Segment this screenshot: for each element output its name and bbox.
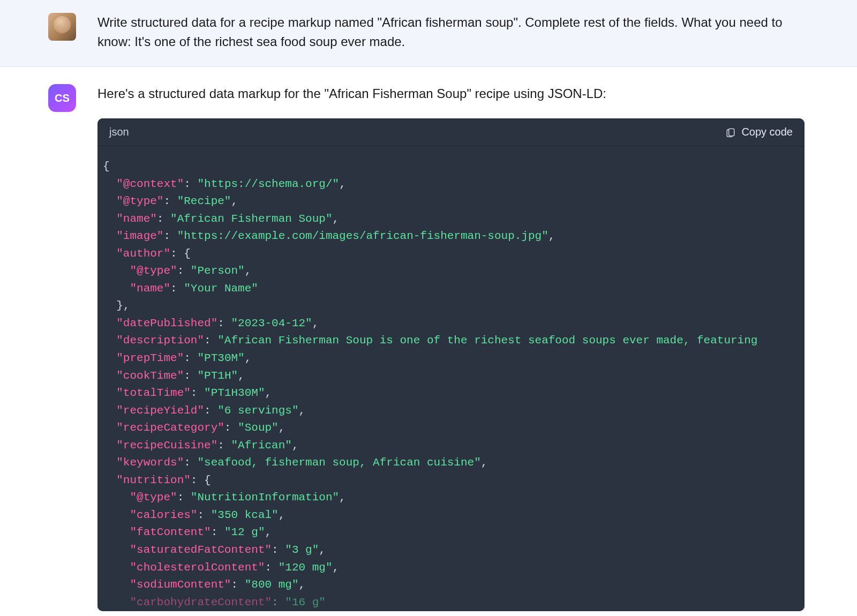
code-language-label: json	[109, 126, 129, 138]
assistant-intro-text: Here's a structured data markup for the …	[97, 84, 805, 103]
assistant-body: Here's a structured data markup for the …	[97, 84, 805, 611]
assistant-avatar-label: CS	[55, 92, 70, 104]
code-block: json Copy code { "@context": "https://sc…	[97, 118, 805, 611]
clipboard-icon	[725, 127, 736, 138]
user-message-row: Write structured data for a recipe marku…	[0, 0, 857, 67]
user-message-text: Write structured data for a recipe marku…	[97, 13, 805, 51]
copy-code-button[interactable]: Copy code	[725, 126, 793, 138]
code-content: { "@context": "https://schema.org/", "@t…	[103, 158, 799, 611]
assistant-message-row: CS Here's a structured data markup for t…	[0, 67, 857, 611]
svg-rect-0	[729, 129, 734, 136]
assistant-avatar: CS	[48, 84, 76, 112]
code-header: json Copy code	[97, 118, 805, 146]
code-body[interactable]: { "@context": "https://schema.org/", "@t…	[97, 146, 805, 611]
copy-code-label: Copy code	[741, 126, 793, 138]
user-avatar	[48, 13, 76, 41]
